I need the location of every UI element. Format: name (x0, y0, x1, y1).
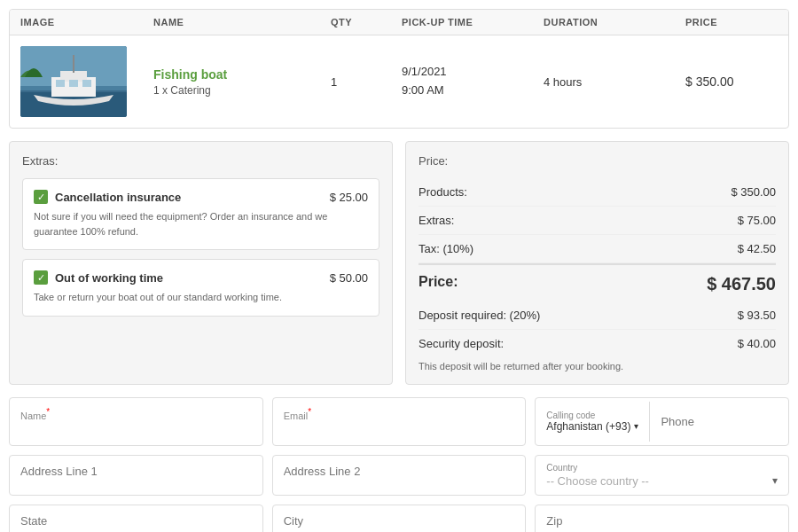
extra-desc-1: Not sure if you will need the equipment?… (34, 209, 368, 239)
price-deposit-val: $ 93.50 (738, 309, 776, 322)
city-input[interactable] (284, 514, 515, 528)
col-name: NAME (153, 17, 331, 27)
price-tax-label: Tax: (10%) (419, 242, 473, 255)
svg-rect-6 (56, 80, 65, 87)
country-chevron: ▾ (772, 474, 778, 487)
product-name: Fishing boat (153, 67, 331, 82)
price-deposit-row: Deposit required: (20%) $ 93.50 (419, 301, 776, 330)
price-total-row: Price: $ 467.50 (419, 263, 776, 301)
product-row: Fishing boat 1 x Catering 1 9/1/2021 9:0… (10, 35, 788, 128)
zip-input[interactable] (546, 514, 778, 528)
pickup-time-val: 9:00 AM (402, 82, 544, 100)
extras-panel: Extras: Cancellation insurance $ 25.00 N… (9, 141, 393, 385)
name-label: Name* (20, 407, 252, 421)
price-tax-row: Tax: (10%) $ 42.50 (419, 235, 776, 263)
calling-code-select[interactable]: Calling code Afghanistan (+93) ▾ (536, 402, 650, 442)
name-field[interactable]: Name* (9, 397, 263, 446)
svg-rect-7 (69, 80, 78, 87)
pickup-date: 9/1/2021 (402, 63, 544, 82)
form-row-1: Name* Email* Calling code Afghanistan (+… (9, 397, 789, 446)
product-duration: 4 hours (544, 75, 685, 89)
form-row-3 (9, 505, 789, 532)
name-input[interactable] (20, 423, 252, 436)
price-security-label: Security deposit: (419, 337, 504, 350)
product-qty: 1 (331, 75, 402, 89)
extra-price-2: $ 50.00 (330, 271, 368, 285)
col-qty: QTY (331, 17, 402, 27)
extra-desc-2: Take or return your boat out of our stan… (34, 290, 368, 305)
calling-code-label: Calling code (546, 411, 638, 420)
extra-name-1: Cancellation insurance (55, 191, 181, 204)
price-security-note: This deposit will be returned after your… (419, 361, 776, 372)
extra-checkbox-1[interactable] (34, 190, 48, 204)
address2-input[interactable] (284, 465, 515, 478)
address1-field[interactable] (9, 455, 263, 496)
email-label: Email* (284, 407, 515, 421)
product-info: Fishing boat 1 x Catering (153, 67, 331, 97)
city-field[interactable] (272, 505, 527, 532)
extra-checkbox-2[interactable] (34, 270, 48, 285)
extra-name-2: Out of working time (55, 271, 163, 285)
col-duration: DURATION (544, 17, 685, 27)
zip-field[interactable] (535, 505, 789, 532)
extra-item-2: Out of working time $ 50.00 Take or retu… (22, 259, 379, 317)
country-field[interactable]: Country -- Choose country -- ▾ (535, 455, 789, 496)
calling-code-val: Afghanistan (+93) (546, 420, 630, 433)
phone-field[interactable]: Calling code Afghanistan (+93) ▾ (535, 397, 789, 446)
product-table: IMAGE NAME QTY PICK-UP TIME DURATION PRI… (9, 9, 789, 129)
col-price: PRICE (685, 17, 789, 27)
price-products-val: $ 350.00 (731, 185, 776, 199)
price-total-val: $ 467.50 (707, 274, 776, 294)
address1-input[interactable] (20, 465, 252, 478)
extra-price-1: $ 25.00 (330, 191, 368, 204)
svg-rect-8 (82, 80, 91, 87)
col-image: IMAGE (20, 17, 153, 27)
price-products-label: Products: (419, 185, 467, 199)
col-pickup: PICK-UP TIME (402, 17, 544, 27)
country-val: -- Choose country -- (546, 474, 649, 488)
product-sub: 1 x Catering (153, 84, 331, 97)
price-security-val: $ 40.00 (738, 337, 776, 350)
price-tax-val: $ 42.50 (738, 242, 776, 255)
form-section: Name* Email* Calling code Afghanistan (+… (9, 397, 789, 532)
price-title: Price: (419, 154, 776, 168)
email-field[interactable]: Email* (272, 397, 527, 446)
price-extras-val: $ 75.00 (738, 214, 776, 227)
price-extras-row: Extras: $ 75.00 (419, 207, 776, 235)
phone-input[interactable] (650, 406, 789, 437)
price-extras-label: Extras: (419, 214, 454, 227)
email-input[interactable] (284, 423, 515, 436)
price-products-row: Products: $ 350.00 (419, 178, 776, 207)
table-header: IMAGE NAME QTY PICK-UP TIME DURATION PRI… (10, 10, 788, 35)
state-input[interactable] (20, 514, 252, 528)
product-price: $ 350.00 (685, 74, 789, 89)
country-label: Country (546, 463, 778, 473)
pickup-time: 9/1/2021 9:00 AM (402, 63, 544, 100)
price-security-row: Security deposit: $ 40.00 (419, 330, 776, 357)
product-image (20, 46, 127, 117)
price-total-label: Price: (419, 274, 458, 294)
extra-item-1: Cancellation insurance $ 25.00 Not sure … (22, 178, 379, 250)
address2-field[interactable] (272, 455, 527, 496)
calling-code-chevron: ▾ (634, 421, 638, 431)
price-panel: Price: Products: $ 350.00 Extras: $ 75.0… (405, 141, 789, 385)
form-row-2: Country -- Choose country -- ▾ (9, 455, 789, 496)
price-deposit-label: Deposit required: (20%) (419, 309, 540, 322)
extras-title: Extras: (22, 154, 379, 168)
state-field[interactable] (9, 505, 263, 532)
